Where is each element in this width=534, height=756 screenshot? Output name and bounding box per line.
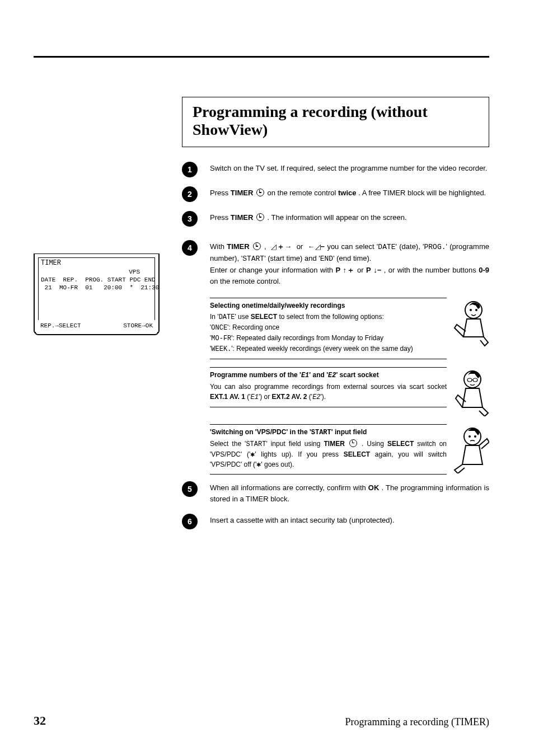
clock-icon (256, 213, 264, 221)
tip-1-body: In 'DATE' use SELECT to select from the … (210, 312, 447, 354)
svg-point-4 (467, 378, 472, 382)
screen-title: TIMER (41, 259, 152, 268)
clock-icon (253, 242, 261, 250)
step-number-6: 6 (182, 514, 198, 529)
arrow-left-icon (308, 242, 315, 251)
page-number: 32 (34, 713, 46, 728)
tip-3-body: Select the 'START' input field using TIM… (210, 439, 447, 469)
tip-1-title: Selecting onetime/daily/weekly recording… (210, 302, 447, 309)
screen-header-row: DATE REP. PROG. START PDC END (41, 276, 152, 284)
sidebar: TIMER VPS DATE REP. PROG. START PDC END … (34, 97, 160, 539)
tip-2-body: You can also programme recordings from e… (210, 382, 447, 402)
tip-2-title: Programme numbers of the 'E1' and 'E2' s… (210, 371, 447, 379)
step-number-2: 2 (182, 186, 198, 202)
svg-point-1 (470, 309, 472, 311)
screen-footer-left: REP.→SELECT (40, 322, 81, 330)
tip-3-title: 'Switching on 'VPS/PDC' in the 'START' i… (210, 428, 447, 436)
illustration-3 (453, 424, 489, 473)
svg-point-9 (474, 435, 476, 438)
title-box: Programming a recording (without ShowVie… (182, 97, 489, 147)
svg-point-2 (475, 309, 477, 311)
step-number-1: 1 (182, 162, 198, 177)
step-5: 5 When all informations are correctly, c… (182, 482, 489, 505)
triangle-right-icon (271, 242, 277, 251)
step-1-text: Switch on the TV set. If required, selec… (210, 163, 489, 174)
man-pointing-icon (453, 298, 489, 347)
illustration-2 (453, 367, 489, 416)
step-4-text: With TIMER , ＋ or − you can select 'DATE… (210, 241, 489, 288)
man-thinking-icon (453, 424, 489, 473)
screen-vps: VPS (41, 268, 152, 276)
clock-icon (256, 189, 264, 196)
step-number-5: 5 (182, 481, 198, 497)
page-footer: 32 Programming a recording (TIMER) (34, 713, 489, 728)
arrow-right-icon (284, 241, 292, 252)
tip-3: 'Switching on 'VPS/PDC' in the 'START' i… (210, 424, 489, 475)
step-4: 4 With TIMER , ＋ or − you can select 'DA… (182, 241, 489, 288)
step-2: 2 Press TIMER on the remote control twic… (182, 187, 489, 202)
vcr-screen-illustration: TIMER VPS DATE REP. PROG. START PDC END … (34, 253, 160, 334)
step-3: 3 Press TIMER . The information will app… (182, 212, 489, 227)
screen-data-row: 21 MO-FR 01 20:00 * 21:30 (41, 284, 152, 292)
page-title: Programming a recording (without ShowVie… (193, 103, 479, 139)
step-2-text: Press TIMER on the remote control twice … (210, 187, 489, 199)
tip-2: Programme numbers of the 'E1' and 'E2' s… (210, 367, 489, 416)
step-number-3: 3 (182, 211, 198, 227)
step-6: 6 Insert a cassette with an intact secur… (182, 515, 489, 529)
tip-1: Selecting onetime/daily/weekly recording… (210, 298, 489, 359)
screen-footer-right: STORE→OK (123, 322, 153, 330)
man-explaining-icon (453, 367, 489, 416)
top-rule (34, 56, 489, 58)
step-5-text: When all informations are correctly, con… (210, 482, 489, 505)
illustration-1 (453, 298, 489, 347)
clock-icon (349, 439, 357, 447)
svg-point-8 (469, 435, 471, 438)
step-3-text: Press TIMER . The information will appea… (210, 212, 489, 223)
step-number-4: 4 (182, 240, 198, 256)
step-6-text: Insert a cassette with an intact securit… (210, 515, 489, 526)
triangle-left-icon (315, 242, 321, 251)
section-title: Programming a recording (TIMER) (345, 716, 489, 728)
step-1: 1 Switch on the TV set. If required, sel… (182, 163, 489, 177)
svg-point-5 (473, 378, 477, 382)
main-column: Programming a recording (without ShowVie… (182, 97, 489, 539)
